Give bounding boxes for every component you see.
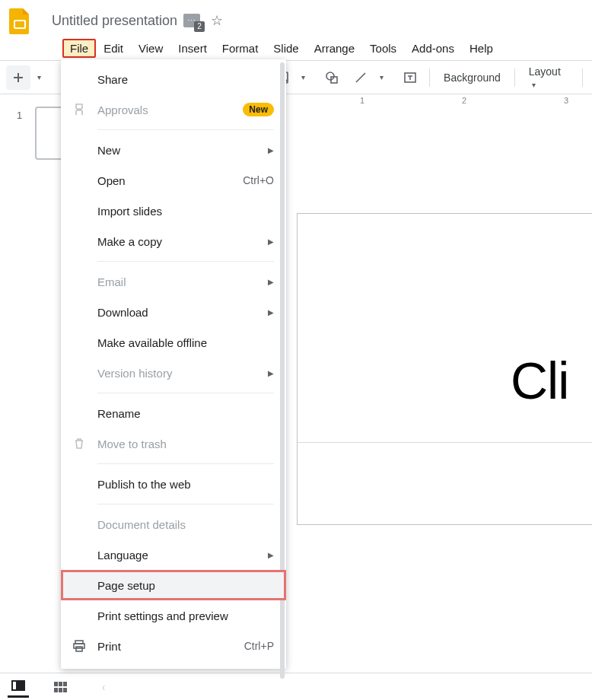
menu-separator [97, 261, 274, 262]
menu-item-label: Print [97, 640, 121, 653]
menu-item-label: Language [97, 549, 148, 562]
ruler-label: 3 [564, 96, 568, 105]
menu-item-language[interactable]: Language ▶ [61, 539, 286, 570]
svg-rect-8 [76, 647, 82, 651]
menu-arrange[interactable]: Arrange [307, 39, 362, 58]
menu-item-label: Import slides [97, 205, 162, 218]
chevron-down-icon: ▾ [37, 73, 48, 81]
line-button[interactable] [348, 65, 374, 90]
menu-item-label: Publish to the web [97, 478, 191, 491]
shortcut-label: Ctrl+O [243, 174, 274, 186]
more-icon[interactable]: ‹ [93, 681, 114, 693]
slide-title-text[interactable]: Cli [511, 351, 568, 410]
svg-rect-16 [63, 688, 67, 692]
menu-item-version-history[interactable]: Version history ▶ [61, 358, 286, 388]
menu-separator [97, 504, 274, 504]
menu-item-open[interactable]: Open Ctrl+O [61, 165, 286, 196]
ruler-label: 2 [462, 96, 466, 105]
menu-separator [97, 393, 274, 393]
menu-insert[interactable]: Insert [170, 39, 215, 58]
toolbar-separator [582, 68, 583, 87]
menu-item-label: Rename [97, 407, 141, 420]
new-slide-button[interactable] [6, 65, 30, 90]
menu-tools[interactable]: Tools [362, 39, 404, 58]
menu-item-rename[interactable]: Rename [61, 398, 286, 428]
background-button[interactable]: Background [436, 67, 508, 88]
slide-body-placeholder[interactable] [298, 442, 592, 525]
image-dropdown[interactable]: ▾ [298, 65, 316, 90]
layout-button[interactable]: Layout ▾ [521, 61, 576, 94]
grid-view-icon[interactable] [50, 682, 72, 692]
filmstrip-view-icon[interactable] [8, 680, 29, 698]
menu-item-download[interactable]: Download ▶ [61, 297, 286, 327]
svg-point-3 [326, 72, 334, 80]
submenu-arrow-icon: ▶ [268, 308, 274, 317]
comment-badge[interactable]: ⋯ 2 [183, 14, 200, 27]
ruler-label: 1 [360, 96, 364, 105]
menu-item-publish-web[interactable]: Publish to the web [61, 469, 286, 499]
svg-rect-11 [54, 682, 58, 686]
bottom-bar: ‹ [0, 673, 592, 700]
print-icon [72, 639, 87, 653]
chevron-down-icon: ▾ [380, 73, 390, 81]
menu-item-page-setup[interactable]: Page setup [61, 570, 286, 600]
slides-logo-icon[interactable] [6, 7, 33, 34]
chevron-down-icon: ▾ [532, 81, 536, 89]
menu-item-move-to-trash[interactable]: Move to trash [61, 428, 286, 459]
new-badge: New [243, 103, 274, 116]
header: Untitled presentation ⋯ 2 ☆ [0, 0, 592, 37]
menubar: File Edit View Insert Format Slide Arran… [0, 37, 592, 61]
menu-view[interactable]: View [131, 39, 170, 58]
menu-item-label: Document details [97, 518, 186, 531]
toolbar-separator [514, 68, 515, 87]
menu-item-email[interactable]: Email ▶ [61, 266, 286, 297]
approvals-icon [72, 103, 87, 116]
menu-addons[interactable]: Add-ons [404, 39, 462, 58]
menu-edit[interactable]: Edit [96, 39, 131, 58]
star-icon[interactable]: ☆ [211, 12, 223, 29]
slide-canvas[interactable]: Cli [297, 114, 592, 670]
submenu-arrow-icon: ▶ [268, 278, 274, 286]
document-title[interactable]: Untitled presentation [52, 13, 177, 29]
file-menu-dropdown: Share Approvals New New ▶ Open Ctrl+O Im… [61, 59, 286, 669]
menu-item-import-slides[interactable]: Import slides [61, 196, 286, 226]
shape-button[interactable] [318, 65, 344, 90]
menu-item-share[interactable]: Share [61, 64, 286, 94]
menu-format[interactable]: Format [215, 39, 266, 58]
menu-item-make-available-offline[interactable]: Make available offline [61, 327, 286, 358]
menu-item-new[interactable]: New ▶ [61, 135, 286, 165]
menu-file[interactable]: File [62, 39, 96, 58]
menu-separator [97, 129, 274, 130]
submenu-arrow-icon: ▶ [268, 237, 274, 246]
slide-number: 1 [17, 110, 22, 121]
menu-item-document-details[interactable]: Document details [61, 509, 286, 539]
shortcut-label: Ctrl+P [244, 640, 274, 652]
menu-item-label: Move to trash [97, 438, 167, 450]
svg-rect-12 [59, 682, 62, 686]
ruler: 1 2 3 [297, 94, 592, 110]
menu-item-label: Version history [97, 367, 172, 380]
textbox-button[interactable] [397, 65, 423, 90]
menu-help[interactable]: Help [462, 39, 501, 58]
new-slide-dropdown[interactable]: ▾ [33, 65, 51, 90]
menu-item-label: Page setup [97, 579, 155, 592]
menu-item-label: Make a copy [97, 235, 162, 248]
menu-item-label: Approvals [97, 103, 148, 116]
menu-item-label: Share [97, 73, 128, 86]
comment-count: 2 [194, 21, 205, 32]
line-dropdown[interactable]: ▾ [377, 65, 394, 90]
menu-item-label: Open [97, 174, 126, 187]
menu-item-print[interactable]: Print Ctrl+P [61, 631, 286, 661]
slide-frame: Cli [297, 213, 592, 525]
menu-item-label: Print settings and preview [97, 609, 228, 622]
svg-rect-7 [74, 644, 84, 648]
submenu-arrow-icon: ▶ [268, 146, 274, 154]
chevron-down-icon: ▾ [301, 73, 312, 81]
menu-item-approvals[interactable]: Approvals New [61, 94, 286, 125]
menu-item-label: Email [97, 275, 126, 288]
toolbar-separator [429, 68, 430, 87]
svg-rect-15 [59, 688, 62, 692]
menu-slide[interactable]: Slide [266, 39, 306, 58]
menu-item-print-settings[interactable]: Print settings and preview [61, 600, 286, 631]
menu-item-make-copy[interactable]: Make a copy ▶ [61, 226, 286, 256]
